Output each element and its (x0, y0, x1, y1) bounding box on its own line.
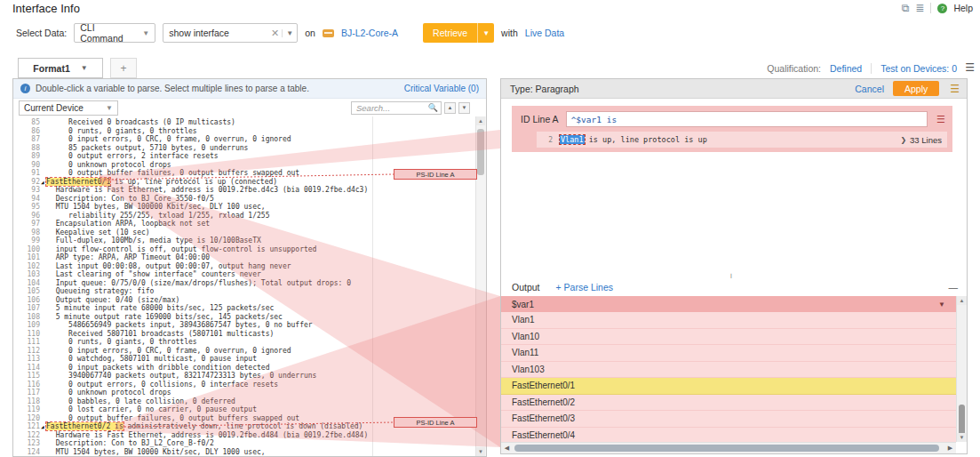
device-scope-select[interactable]: Current Device ▼ (19, 100, 118, 116)
output-row[interactable]: FastEthernet0/2 (501, 395, 956, 412)
highlighted-variable[interactable]: FastEthernet0/2 is (46, 422, 123, 430)
scroll-right-icon[interactable]: ▶ (944, 443, 956, 453)
scrollbar-thumb[interactable] (514, 445, 939, 452)
code-line[interactable]: 117 0 unknown protocol drops (13, 389, 476, 397)
output-row[interactable]: Vlan11 (501, 345, 956, 362)
code-line[interactable]: 111 0 runts, 0 giants, 0 throttles (13, 338, 476, 347)
code-line[interactable]: 124 MTU 1504 bytes, BW 10000 Kbit/sec, D… (13, 448, 476, 457)
code-line[interactable]: 85 Received 0 broadcasts (0 IP multicast… (13, 118, 476, 127)
code-line[interactable]: 88 85 packets output, 5710 bytes, 0 unde… (13, 144, 476, 153)
code-line[interactable]: 105 Queueing strategy: fifo (13, 287, 476, 296)
scroll-up-icon[interactable]: ▲ (957, 296, 967, 305)
code-line[interactable]: 103 Last clearing of "show interface" co… (13, 270, 476, 279)
id-line-pattern-input[interactable] (566, 111, 928, 127)
code-line[interactable]: 112 0 input errors, 0 CRC, 0 frame, 0 ov… (13, 347, 476, 356)
info-icon: i (20, 84, 30, 93)
test-on-devices-link[interactable]: Test on Devices: 0 (880, 63, 957, 74)
code-line[interactable]: 102 Last input 00:00:08, output 00:00:07… (13, 262, 476, 271)
menu-icon[interactable]: ☰ (965, 62, 975, 73)
retrieve-dropdown-icon[interactable]: ▼ (477, 23, 494, 43)
chevron-down-icon[interactable]: ▼ (282, 29, 293, 37)
chevron-down-icon[interactable]: ▼ (81, 64, 88, 72)
command-input[interactable] (167, 27, 268, 39)
matched-lines-expander[interactable]: ❯ 33 Lines (900, 135, 947, 145)
output-row[interactable]: FastEthernet0/4 (501, 428, 956, 443)
highlighted-variable[interactable]: FastEthernet0/1 (46, 178, 110, 186)
parse-lines-link[interactable]: + Parse Lines (556, 282, 614, 293)
qualification-value-link[interactable]: Defined (830, 63, 862, 74)
ps-id-tag-line92[interactable]: PS-ID Line A (394, 169, 477, 180)
list-icon[interactable]: ≣ (915, 3, 924, 13)
id-line-menu-icon[interactable]: ☰ (935, 113, 947, 125)
sample-match-row[interactable]: 2 Vlan1 is up, line protocol is up ❯ 33 … (537, 132, 947, 148)
code-line[interactable]: 93 Hardware is Fast Ethernet, address is… (13, 186, 476, 195)
code-line[interactable]: 95 MTU 1504 bytes, BW 100000 Kbit/sec, D… (13, 203, 476, 212)
ps-id-tag-line121[interactable]: PS-ID Line A (394, 417, 477, 428)
code-line[interactable]: 104 Input queue: 0/75/0/0 (size/max/drop… (13, 279, 476, 288)
live-data-link[interactable]: Live Data (525, 28, 564, 38)
help-icon[interactable]: ? (937, 4, 947, 13)
cli-output-area[interactable]: 85 Received 0 broadcasts (0 IP multicast… (13, 116, 476, 456)
code-line[interactable]: 123 Description: Con to BJ_L2_Core_B-f0/… (13, 439, 476, 448)
code-line[interactable]: 99 Full-duplex, 100Mb/s, media type is 1… (13, 237, 476, 245)
help-label[interactable]: Help (953, 3, 973, 13)
code-line[interactable]: 100 input flow-control is off, output fl… (13, 245, 476, 254)
scrollbar-thumb[interactable] (477, 129, 484, 175)
code-line[interactable]: 87 0 input errors, 0 CRC, 0 frame, 0 ove… (13, 135, 476, 144)
minimize-icon[interactable]: — (949, 282, 959, 293)
clear-icon[interactable]: ✕ (268, 28, 282, 39)
code-line[interactable]: 116 0 output errors, 0 collisions, 0 int… (13, 381, 476, 389)
code-line[interactable]: 94 Description: Con to BJ_Core_3550-f0/5 (13, 195, 476, 204)
output-row[interactable]: FastEthernet0/1 (501, 378, 956, 395)
cancel-button[interactable]: Cancel (855, 84, 884, 94)
code-line[interactable]: 98 Keepalive set (10 sec) (13, 228, 476, 237)
code-line[interactable]: 96 reliability 255/255, txload 1/255, rx… (13, 212, 476, 220)
search-next-button[interactable]: ▼ (458, 102, 470, 114)
output-vertical-scrollbar[interactable]: ▲ ▼ (956, 296, 967, 442)
scroll-up-icon[interactable]: ▲ (476, 116, 485, 125)
code-line[interactable]: 108 5 minute output rate 169000 bits/sec… (13, 313, 476, 322)
data-source-select[interactable]: CLI Command ▼ (74, 23, 155, 43)
scrollbar-track[interactable] (513, 443, 944, 453)
variable-column-header[interactable]: $var1 ▼ (501, 296, 956, 312)
code-line[interactable]: 107 5 minute input rate 68000 bits/sec, … (13, 304, 476, 313)
copy-icon[interactable]: ⧉ (902, 3, 910, 13)
tab-format1[interactable]: Format1 ▼ (18, 58, 103, 78)
search-prev-button[interactable]: ▲ (444, 102, 456, 114)
apply-button[interactable]: Apply (893, 81, 939, 96)
code-line[interactable]: 101 ARP type: ARPA, ARP Timeout 04:00:00 (13, 253, 476, 262)
code-line[interactable]: 115 3940067740 packets output, 832174723… (13, 372, 476, 381)
code-line[interactable]: 86 0 runts, 0 giants, 0 throttles (13, 127, 476, 136)
scroll-left-icon[interactable]: ◀ (501, 443, 513, 453)
code-line[interactable]: 90 0 unknown protocol drops (13, 161, 476, 170)
device-name-link[interactable]: BJ-L2-Core-A (341, 28, 398, 38)
chevron-down-icon[interactable]: ▼ (938, 301, 945, 309)
scroll-down-icon[interactable]: ▼ (476, 447, 485, 456)
code-line[interactable]: 114 0 input packets with dribble conditi… (13, 364, 476, 373)
output-row[interactable]: Vlan1 (501, 312, 956, 329)
line-number: 105 (13, 287, 47, 296)
scroll-down-icon[interactable]: ▼ (957, 433, 967, 442)
code-line[interactable]: 106 Output queue: 0/40 (size/max) (13, 296, 476, 305)
code-line[interactable]: 89 0 output errors, 2 interface resets (13, 152, 476, 161)
code-line[interactable]: 97 Encapsulation ARPA, loopback not set (13, 220, 476, 228)
output-row[interactable]: Vlan10 (501, 329, 956, 346)
code-line[interactable]: 122 Hardware is Fast Ethernet, address i… (13, 431, 476, 440)
code-scrollbar[interactable]: ▲ ▼ (475, 116, 486, 456)
output-row[interactable]: FastEthernet0/3 (501, 411, 956, 428)
code-line[interactable]: 118 0 babbles, 0 late collision, 0 defer… (13, 397, 476, 406)
search-input[interactable] (355, 102, 428, 114)
code-line[interactable]: 109 5486656949 packets input, 3894368675… (13, 321, 476, 330)
sample-selected-variable[interactable]: Vlan1 (560, 135, 585, 144)
code-line[interactable]: 113 0 watchdog, 5807101 multicast, 0 pau… (13, 355, 476, 364)
output-horizontal-scrollbar[interactable]: ◀ ▶ (501, 442, 956, 453)
output-row[interactable]: Vlan103 (501, 362, 956, 379)
search-icon[interactable]: 🔍 (428, 103, 438, 112)
add-tab-button[interactable]: + (110, 58, 137, 78)
id-line-label: ID Line A (517, 114, 559, 124)
code-line[interactable]: 110 Received 5807101 broadcasts (5807101… (13, 330, 476, 339)
code-line[interactable]: 119 0 lost carrier, 0 no carrier, 0 paus… (13, 405, 476, 414)
panel-menu-icon[interactable]: ☰ (950, 84, 960, 94)
critical-variable-link[interactable]: Critical Variable (0) (404, 84, 479, 93)
retrieve-button[interactable]: Retrieve (423, 23, 477, 43)
